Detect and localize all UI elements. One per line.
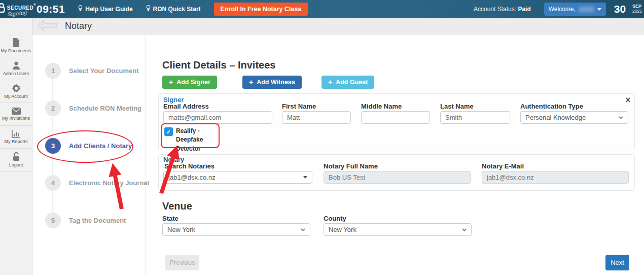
plus-icon: + (328, 78, 332, 86)
chevron-down-icon (301, 228, 305, 231)
email-address-label: Email Address (163, 102, 209, 110)
sidebar-nav: My Documents Admin Users My Account My I… (0, 18, 32, 275)
county-label: County (324, 215, 346, 222)
enroll-free-notary-class-button[interactable]: Enroll In Free Notary Class (214, 3, 308, 16)
welcome-label: Welcome, (549, 6, 576, 13)
lightbulb-icon (146, 5, 151, 13)
ron-quick-start-link[interactable]: RON Quick Start (146, 5, 201, 13)
step-select-your-document[interactable]: 1 Select Your Document (45, 63, 139, 79)
step-schedule-ron-meeting[interactable]: 2 Schedule RON Meeting (45, 100, 141, 116)
middle-name-input[interactable] (361, 111, 430, 124)
document-icon (12, 38, 20, 47)
close-icon[interactable]: × (625, 95, 631, 105)
account-status-value: Paid (518, 6, 530, 13)
sidebar-item-admin-users[interactable]: Admin Users (0, 57, 32, 80)
notary-full-name-label: Notary Full Name (324, 162, 378, 170)
search-notaries-label: Search Notaries (164, 162, 214, 170)
date-year: 2025 (632, 9, 642, 14)
plus-icon: + (249, 78, 253, 86)
state-label: State (162, 215, 178, 222)
state-select[interactable]: New York (162, 223, 310, 236)
sidebar-item-logout[interactable]: Logout (0, 149, 32, 171)
last-name-label: Last Name (440, 102, 474, 110)
chevron-down-icon (619, 116, 623, 119)
padlock-logo-icon (0, 3, 6, 16)
caret-down-icon (597, 8, 601, 11)
step-add-clients-notary[interactable]: 3 Add Clients / Notary (45, 138, 132, 154)
last-name-input[interactable] (440, 111, 510, 124)
notary-email-input (482, 171, 629, 184)
account-status: Account Status: Paid (474, 6, 531, 13)
deepfake-checkbox-label: Realify - Deepfake Detector (176, 127, 221, 153)
middle-name-label: Middle Name (361, 102, 402, 110)
user-icon (12, 61, 21, 70)
date-divider (629, 3, 629, 15)
deepfake-checkbox[interactable]: ✓ (164, 127, 173, 136)
wizard-stepper: 1 Select Your Document 2 Schedule RON Me… (32, 35, 146, 275)
previous-button: Previous (165, 255, 199, 270)
back-arrow-icon[interactable] (37, 19, 58, 33)
county-select[interactable]: New York (324, 223, 472, 236)
add-signer-button[interactable]: + Add Signer (162, 76, 217, 89)
caret-down-icon (303, 176, 307, 179)
page-title: Notary (65, 21, 92, 31)
sidebar-item-my-reports[interactable]: My Reports (0, 126, 32, 149)
add-guest-button[interactable]: + Add Guest (321, 76, 374, 89)
welcome-user-dropdown[interactable]: Welcome, (544, 3, 606, 16)
plus-icon: + (169, 78, 173, 86)
date-display: 30 SEP 2025 (614, 3, 642, 15)
notary-email-label: Notary E-Mail (482, 162, 524, 170)
first-name-input[interactable] (282, 111, 351, 124)
authentication-type-label: Authentication Type (520, 102, 583, 110)
step-tag-the-document[interactable]: 5 Tag the Document (45, 213, 126, 228)
next-button[interactable]: Next (605, 255, 629, 270)
page-header: Notary (32, 18, 644, 35)
secured-signing-logo[interactable]: SECURED® Signing (0, 3, 33, 16)
sidebar-item-my-invitations[interactable]: My Invitations (0, 103, 32, 126)
client-details-heading: Client Details – Invitees (162, 59, 275, 71)
search-notaries-combobox[interactable]: jab1@dsx.co.nz (163, 171, 312, 184)
app-window: SECURED® Signing 09:51 Help User Guide (0, 0, 644, 275)
venue-heading: Venue (162, 200, 192, 212)
clock: 09:51 (37, 3, 65, 15)
redacted-username (579, 7, 594, 12)
bar-chart-icon (12, 130, 21, 138)
first-name-label: First Name (282, 102, 316, 110)
help-user-guide-link[interactable]: Help User Guide (78, 5, 132, 13)
add-witness-button[interactable]: + Add Witness (242, 76, 302, 89)
date-day: 30 (614, 3, 626, 15)
notary-full-name-input (324, 171, 471, 184)
envelope-icon (12, 108, 21, 115)
unlock-icon (12, 152, 20, 161)
check-icon: ✓ (166, 128, 171, 135)
sidebar-item-my-documents[interactable]: My Documents (0, 35, 32, 57)
lightbulb-icon (78, 5, 83, 13)
chevron-down-icon (462, 228, 467, 231)
top-bar: SECURED® Signing 09:51 Help User Guide (0, 0, 644, 18)
step-electronic-notary-journal[interactable]: 4 Electronic Notary Journal (45, 175, 149, 191)
gear-icon (12, 84, 21, 93)
email-address-input[interactable] (163, 111, 272, 124)
authentication-type-select[interactable]: Personal Knowledge (520, 111, 628, 124)
sidebar-item-my-account[interactable]: My Account (0, 80, 32, 103)
